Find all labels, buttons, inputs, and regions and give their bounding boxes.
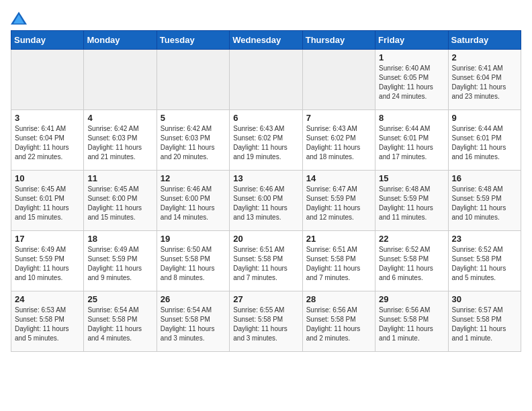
logo-icon [11, 11, 27, 25]
week-row-1: 1Sunrise: 6:40 AM Sunset: 6:05 PM Daylig… [11, 50, 521, 110]
calendar-cell: 27Sunrise: 6:55 AM Sunset: 5:58 PM Dayli… [230, 291, 302, 352]
day-number: 5 [161, 113, 226, 123]
weekday-header-thursday: Thursday [302, 31, 375, 50]
day-number: 1 [379, 52, 444, 62]
weekday-header-tuesday: Tuesday [157, 31, 229, 50]
calendar-cell: 12Sunrise: 6:46 AM Sunset: 6:00 PM Dayli… [157, 171, 229, 231]
day-number: 17 [15, 234, 80, 244]
day-number: 18 [87, 234, 152, 244]
day-number: 10 [15, 173, 80, 183]
calendar-cell: 9Sunrise: 6:44 AM Sunset: 6:01 PM Daylig… [448, 110, 521, 171]
week-row-3: 10Sunrise: 6:45 AM Sunset: 6:01 PM Dayli… [11, 171, 521, 231]
calendar-cell: 6Sunrise: 6:43 AM Sunset: 6:02 PM Daylig… [230, 110, 302, 171]
calendar-cell: 22Sunrise: 6:52 AM Sunset: 5:58 PM Dayli… [375, 231, 448, 291]
day-info: Sunrise: 6:44 AM Sunset: 6:01 PM Dayligh… [452, 124, 517, 162]
calendar-cell: 18Sunrise: 6:49 AM Sunset: 5:59 PM Dayli… [84, 231, 157, 291]
weekday-header-friday: Friday [375, 31, 448, 50]
week-row-5: 24Sunrise: 6:53 AM Sunset: 5:58 PM Dayli… [11, 291, 521, 352]
calendar-cell: 28Sunrise: 6:56 AM Sunset: 5:58 PM Dayli… [302, 291, 375, 352]
logo [11, 11, 30, 25]
calendar-cell: 10Sunrise: 6:45 AM Sunset: 6:01 PM Dayli… [11, 171, 84, 231]
calendar-cell [302, 50, 375, 110]
day-info: Sunrise: 6:46 AM Sunset: 6:00 PM Dayligh… [161, 185, 226, 222]
day-info: Sunrise: 6:42 AM Sunset: 6:03 PM Dayligh… [87, 124, 152, 162]
day-number: 24 [15, 294, 80, 304]
day-info: Sunrise: 6:47 AM Sunset: 5:59 PM Dayligh… [306, 185, 371, 222]
day-info: Sunrise: 6:55 AM Sunset: 5:58 PM Dayligh… [233, 306, 298, 343]
calendar-body: 1Sunrise: 6:40 AM Sunset: 6:05 PM Daylig… [11, 50, 521, 352]
calendar-cell [84, 50, 157, 110]
calendar-cell: 24Sunrise: 6:53 AM Sunset: 5:58 PM Dayli… [11, 291, 84, 352]
weekday-header-sunday: Sunday [11, 31, 84, 50]
calendar-cell: 4Sunrise: 6:42 AM Sunset: 6:03 PM Daylig… [84, 110, 157, 171]
calendar-cell [157, 50, 229, 110]
day-number: 19 [161, 234, 226, 244]
calendar-cell: 15Sunrise: 6:48 AM Sunset: 5:59 PM Dayli… [375, 171, 448, 231]
day-info: Sunrise: 6:46 AM Sunset: 6:00 PM Dayligh… [233, 185, 298, 222]
calendar-cell: 23Sunrise: 6:52 AM Sunset: 5:58 PM Dayli… [448, 231, 521, 291]
day-info: Sunrise: 6:42 AM Sunset: 6:03 PM Dayligh… [161, 124, 226, 162]
day-number: 11 [87, 173, 152, 183]
day-number: 7 [306, 113, 371, 123]
calendar-cell: 1Sunrise: 6:40 AM Sunset: 6:05 PM Daylig… [375, 50, 448, 110]
weekday-header-wednesday: Wednesday [230, 31, 302, 50]
calendar-cell: 21Sunrise: 6:51 AM Sunset: 5:58 PM Dayli… [302, 231, 375, 291]
day-number: 29 [379, 294, 444, 304]
day-number: 4 [87, 113, 152, 123]
calendar-cell: 17Sunrise: 6:49 AM Sunset: 5:59 PM Dayli… [11, 231, 84, 291]
day-info: Sunrise: 6:41 AM Sunset: 6:04 PM Dayligh… [452, 64, 517, 101]
day-info: Sunrise: 6:41 AM Sunset: 6:04 PM Dayligh… [15, 124, 80, 162]
day-number: 25 [87, 294, 152, 304]
calendar-cell [230, 50, 302, 110]
day-number: 14 [306, 173, 371, 183]
day-number: 3 [15, 113, 80, 123]
day-number: 21 [306, 234, 371, 244]
week-row-2: 3Sunrise: 6:41 AM Sunset: 6:04 PM Daylig… [11, 110, 521, 171]
day-number: 28 [306, 294, 371, 304]
day-info: Sunrise: 6:51 AM Sunset: 5:58 PM Dayligh… [233, 245, 298, 283]
weekday-header-saturday: Saturday [448, 31, 521, 50]
day-info: Sunrise: 6:57 AM Sunset: 5:58 PM Dayligh… [452, 306, 517, 343]
day-info: Sunrise: 6:44 AM Sunset: 6:01 PM Dayligh… [379, 124, 444, 162]
day-info: Sunrise: 6:48 AM Sunset: 5:59 PM Dayligh… [379, 185, 444, 222]
day-info: Sunrise: 6:54 AM Sunset: 5:58 PM Dayligh… [87, 306, 152, 343]
weekday-header-monday: Monday [84, 31, 157, 50]
calendar-cell: 13Sunrise: 6:46 AM Sunset: 6:00 PM Dayli… [230, 171, 302, 231]
day-info: Sunrise: 6:56 AM Sunset: 5:58 PM Dayligh… [379, 306, 444, 343]
calendar-cell: 25Sunrise: 6:54 AM Sunset: 5:58 PM Dayli… [84, 291, 157, 352]
day-number: 8 [379, 113, 444, 123]
day-number: 26 [161, 294, 226, 304]
page-header [11, 11, 521, 25]
calendar-cell: 3Sunrise: 6:41 AM Sunset: 6:04 PM Daylig… [11, 110, 84, 171]
day-info: Sunrise: 6:45 AM Sunset: 6:01 PM Dayligh… [15, 185, 80, 222]
calendar-cell: 29Sunrise: 6:56 AM Sunset: 5:58 PM Dayli… [375, 291, 448, 352]
day-number: 13 [233, 173, 298, 183]
day-info: Sunrise: 6:53 AM Sunset: 5:58 PM Dayligh… [15, 306, 80, 343]
day-number: 27 [233, 294, 298, 304]
day-number: 20 [233, 234, 298, 244]
day-number: 2 [452, 52, 517, 62]
calendar-cell: 8Sunrise: 6:44 AM Sunset: 6:01 PM Daylig… [375, 110, 448, 171]
weekday-header-row: SundayMondayTuesdayWednesdayThursdayFrid… [11, 31, 521, 50]
calendar-cell: 2Sunrise: 6:41 AM Sunset: 6:04 PM Daylig… [448, 50, 521, 110]
day-info: Sunrise: 6:51 AM Sunset: 5:58 PM Dayligh… [306, 245, 371, 283]
day-info: Sunrise: 6:43 AM Sunset: 6:02 PM Dayligh… [233, 124, 298, 162]
day-number: 6 [233, 113, 298, 123]
day-info: Sunrise: 6:49 AM Sunset: 5:59 PM Dayligh… [15, 245, 80, 283]
day-info: Sunrise: 6:40 AM Sunset: 6:05 PM Dayligh… [379, 64, 444, 101]
calendar-table: SundayMondayTuesdayWednesdayThursdayFrid… [11, 30, 521, 352]
day-info: Sunrise: 6:43 AM Sunset: 6:02 PM Dayligh… [306, 124, 371, 162]
calendar-cell: 20Sunrise: 6:51 AM Sunset: 5:58 PM Dayli… [230, 231, 302, 291]
day-number: 9 [452, 113, 517, 123]
day-info: Sunrise: 6:54 AM Sunset: 5:58 PM Dayligh… [161, 306, 226, 343]
day-number: 30 [452, 294, 517, 304]
calendar-cell: 5Sunrise: 6:42 AM Sunset: 6:03 PM Daylig… [157, 110, 229, 171]
day-info: Sunrise: 6:45 AM Sunset: 6:00 PM Dayligh… [87, 185, 152, 222]
day-info: Sunrise: 6:56 AM Sunset: 5:58 PM Dayligh… [306, 306, 371, 343]
day-info: Sunrise: 6:52 AM Sunset: 5:58 PM Dayligh… [379, 245, 444, 283]
calendar-cell [11, 50, 84, 110]
day-number: 22 [379, 234, 444, 244]
day-info: Sunrise: 6:48 AM Sunset: 5:59 PM Dayligh… [452, 185, 517, 222]
day-info: Sunrise: 6:52 AM Sunset: 5:58 PM Dayligh… [452, 245, 517, 283]
day-number: 16 [452, 173, 517, 183]
